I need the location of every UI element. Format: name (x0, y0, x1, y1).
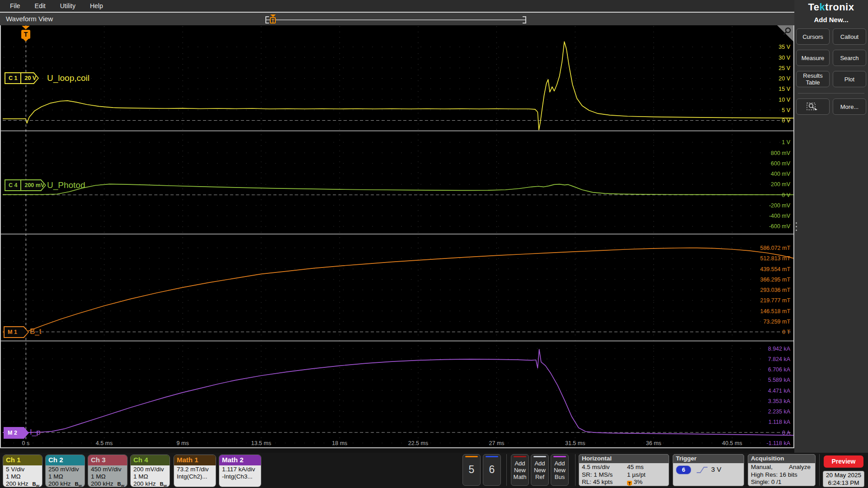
axis-tick-label-math2: 6.706 kA (768, 366, 791, 373)
splitter-handle[interactable] (796, 222, 797, 233)
add-button-label: AddNewMath (511, 460, 528, 480)
waveform-label-math1[interactable]: B_t (30, 327, 42, 336)
ruler-trigger-marker[interactable]: T (269, 14, 276, 23)
trigger-panel[interactable]: Trigger63 V (673, 454, 744, 486)
scale-button-5[interactable]: 5 (462, 454, 481, 486)
tektronix-logo: Tektronix (794, 1, 868, 13)
axis-tick-label-math2: 0 A (782, 430, 791, 436)
channel-card-ch-2[interactable]: Ch 2250 mV/div1 MΩ200 kHzBW (45, 455, 85, 487)
horizontal-panel-row: RL: 45 kptsT 3% (582, 479, 666, 486)
menu-item-utility[interactable]: Utility (53, 1, 83, 11)
sidebar-tools: More... (794, 99, 868, 115)
channel-badge-math2[interactable]: M 2 (4, 427, 29, 439)
waveform-label-math2[interactable]: I_p (30, 428, 41, 437)
add-button-stripe (533, 456, 546, 457)
channel-card-title: Math 1 (174, 455, 216, 465)
channel-card-ch-1[interactable]: Ch 15 V/div1 MΩ200 kHzBW (3, 455, 42, 487)
channel-card-math-1[interactable]: Math 173.2 mT/divIntg(Ch2)... (174, 455, 216, 487)
waveform-graticule: 35 V30 V25 V20 V15 V10 V5 V0 V1 V800 mV6… (1, 25, 793, 447)
trigger-T-icon: T (627, 481, 632, 486)
channel-card-ch-4[interactable]: Ch 4200 mV/div1 MΩ200 kHzBW (130, 455, 170, 487)
time-axis-label: 0 s (22, 440, 30, 446)
box-zoom-button[interactable] (796, 99, 830, 115)
scale-button-label: 6 (483, 464, 500, 476)
acquisition-panel[interactable]: AcquisitionManual,AnalyzeHigh Res: 16 bi… (748, 454, 816, 486)
axis-tick-label-ch1: 0 V (782, 117, 790, 124)
channel-card-row: 200 kHzBW (133, 480, 167, 487)
menu-item-edit[interactable]: Edit (28, 1, 53, 11)
axis-tick-label-math2: 3.353 kA (768, 398, 791, 404)
channel-card-row: 5 V/div (6, 466, 39, 473)
datetime-badge[interactable]: 20 May 20256:24:13 PM (823, 471, 864, 487)
ruler-right-bracket[interactable] (523, 16, 526, 23)
bandwidth-limit-badge: BW (160, 480, 167, 487)
time-value: 6:24:13 PM (823, 479, 864, 487)
ruler-left-bracket[interactable] (265, 16, 269, 23)
axis-tick-label-ch1: 25 V (778, 65, 790, 71)
channel-card-row: 200 kHzBW (6, 480, 39, 487)
channel-card-row: 1 MΩ (91, 473, 124, 480)
add-cursors-button[interactable]: Cursors (796, 28, 830, 45)
axis-tick-label-math1: 73.259 mT (763, 319, 790, 325)
channel-badge-math1[interactable]: M 1 (4, 326, 29, 338)
date-value: 20 May 2025 (823, 471, 864, 479)
add-new-ref-button[interactable]: AddNewRef (531, 454, 549, 486)
add-search-button[interactable]: Search (833, 50, 866, 66)
channel-card-title: Ch 1 (3, 455, 42, 465)
horizontal-panel[interactable]: Horizontal4.5 ms/div45 msSR: 1 MS/s1 µs/… (579, 454, 669, 486)
add-results-table-button[interactable]: Results Table (796, 71, 830, 87)
scale-button-6[interactable]: 6 (483, 454, 501, 486)
preview-button[interactable]: Preview (824, 455, 863, 468)
channel-badge-id: M 1 (5, 329, 20, 335)
channel-badge-ch1[interactable]: C 120 V (5, 72, 39, 84)
add-button-stripe (553, 456, 566, 457)
horizontal-right-value: 45 ms (627, 464, 644, 471)
axis-tick-label-math1: 366.295 mT (760, 277, 790, 283)
add-callout-button[interactable]: Callout (833, 28, 866, 45)
more-button[interactable]: More... (833, 99, 866, 115)
waveform-label-ch1[interactable]: U_loop,coil (47, 73, 90, 83)
waveform-label-ch4[interactable]: U_Photod (47, 180, 85, 190)
bandwidth-value: 200 kHz (6, 480, 28, 487)
axis-tick-label-ch4: -400 mV (769, 213, 791, 219)
waveform-math1[interactable] (3, 248, 793, 332)
menu-item-file[interactable]: File (3, 1, 28, 11)
channel-card-row: 250 mV/div (48, 466, 82, 473)
channel-badge-id: C 1 (5, 75, 20, 81)
channel-card-math-2[interactable]: Math 21.117 kA/div-Intg(Ch3... (219, 455, 261, 487)
add-plot-button[interactable]: Plot (833, 71, 866, 87)
add-new-heading: Add New... (794, 16, 868, 23)
add-new-bus-button[interactable]: AddNewBus (551, 454, 569, 486)
time-axis-label: 4.5 ms (96, 440, 113, 446)
horizontal-pan-ruler[interactable]: T (265, 16, 526, 23)
bandwidth-limit-badge: BW (117, 480, 124, 487)
channel-card-row: Intg(Ch2)... (177, 473, 213, 480)
bottombar-divider (575, 454, 576, 486)
add-new-math-button[interactable]: AddNewMath (511, 454, 529, 486)
axis-tick-label-math2: -1.118 kA (767, 440, 791, 446)
add-measure-button[interactable]: Measure (796, 50, 830, 66)
waveform-math2[interactable] (3, 349, 793, 435)
menu-item-help[interactable]: Help (83, 1, 110, 11)
acquisition-mode-row: Manual,Analyze (751, 464, 812, 471)
axis-tick-label-math2: 1.118 kA (769, 419, 791, 425)
waveform-ch1[interactable] (3, 42, 793, 130)
channel-card-row: 73.2 mT/div (177, 466, 213, 473)
channel-badge-ch4[interactable]: C 4200 mV (5, 179, 46, 191)
scale-button-stripe (486, 456, 498, 457)
axis-tick-label-ch4: 1 V (782, 139, 790, 145)
channel-card-ch-3[interactable]: Ch 3450 mV/div1 MΩ200 kHzBW (88, 455, 127, 487)
axis-tick-label-math1: 219.777 mT (760, 297, 790, 304)
trigger-flag[interactable]: T (21, 26, 31, 42)
waveform-plot-area[interactable]: 35 V30 V25 V20 V15 V10 V5 V0 V1 V800 mV6… (0, 25, 794, 448)
sidebar-divider (798, 93, 864, 94)
acquisition-panel-title: Acquisition (748, 455, 815, 463)
axis-tick-label-math1: 293.036 mT (760, 287, 790, 293)
acquisition-mode: Manual, (751, 464, 773, 471)
axis-tick-label-math2: 7.824 kA (768, 356, 791, 362)
acquisition-resolution: High Res: 16 bits (751, 471, 812, 479)
rising-edge-icon (696, 466, 709, 474)
channel-card-settings: 5 V/div1 MΩ200 kHzBW (3, 465, 42, 487)
trigger-panel-title: Trigger (673, 455, 744, 463)
waveform-ch4[interactable] (3, 184, 793, 195)
